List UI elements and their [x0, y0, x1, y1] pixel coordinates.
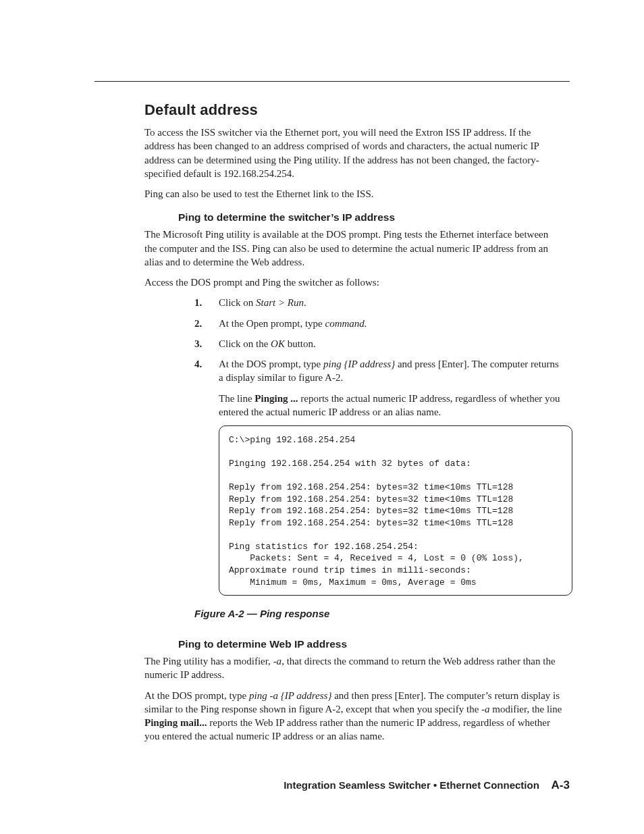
intro-paragraph-2: Ping can also be used to test the Ethern… — [144, 187, 563, 201]
ping-output-codebox: C:\>ping 192.168.254.254 Pinging 192.168… — [219, 425, 572, 596]
header-rule — [95, 81, 570, 82]
step-4: 4. At the DOS prompt, type ping {IP addr… — [194, 357, 563, 385]
step-number: 4. — [194, 357, 219, 385]
step-text: Click on the OK button. — [219, 337, 563, 350]
heading-default-address: Default address — [144, 101, 563, 119]
page-container: Default address To access the ISS switch… — [0, 0, 644, 834]
subheading-ping-ip: Ping to determine the switcher’s IP addr… — [178, 211, 563, 224]
figure-caption: Figure A-2 — Ping response — [194, 608, 563, 619]
step-2: 2. At the Open prompt, type command. — [194, 317, 563, 330]
ping-ip-paragraph-2: Access the DOS prompt and Ping the switc… — [144, 276, 563, 289]
subheading-ping-web: Ping to determine Web IP address — [178, 638, 563, 650]
steps-list: 1. Click on Start > Run. 2. At the Open … — [194, 296, 563, 384]
step-number-value: 3 — [194, 338, 200, 349]
footer-title: Integration Seamless Switcher • Ethernet… — [284, 779, 539, 791]
ping-web-paragraph-1: The Ping utility has a modifier, -a, tha… — [144, 654, 563, 682]
step-text: Click on Start > Run. — [219, 296, 563, 309]
page-footer: Integration Seamless Switcher • Ethernet… — [284, 779, 570, 792]
step-text: At the DOS prompt, type ping {IP address… — [219, 357, 563, 385]
intro-paragraph-1: To access the ISS switcher via the Ether… — [144, 126, 563, 180]
step-3: 3. Click on the OK button. — [194, 337, 563, 350]
step-number-value: 1 — [194, 297, 200, 308]
footer-page-number: A-3 — [552, 779, 570, 791]
content-block: Default address To access the ISS switch… — [144, 101, 563, 750]
step-number: 1. — [194, 296, 219, 309]
ping-ip-paragraph-1: The Microsoft Ping utility is available … — [144, 228, 563, 269]
step-number: 2. — [194, 317, 219, 330]
step-number-value: 4 — [194, 359, 200, 369]
step-4-subnote: The line Pinging ... reports the actual … — [219, 392, 563, 419]
step-number-value: 2 — [194, 318, 200, 329]
ping-web-paragraph-2: At the DOS prompt, type ping -a {IP addr… — [144, 689, 563, 744]
step-1: 1. Click on Start > Run. — [194, 296, 563, 309]
step-text: At the Open prompt, type command. — [219, 317, 563, 330]
step-number: 3. — [194, 337, 219, 350]
